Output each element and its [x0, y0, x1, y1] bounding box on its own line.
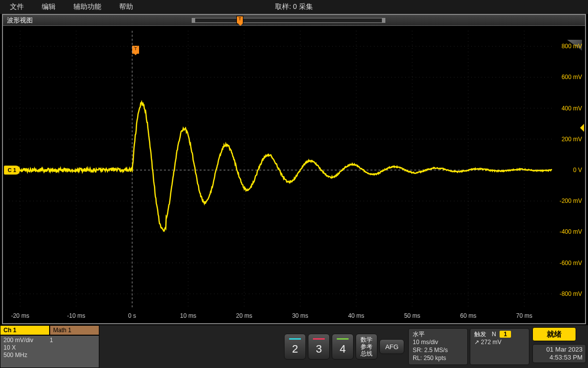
bottom-panel: Ch 1 Math 1 200 mV/div 10 X 500 MHz 1 2 … [0, 325, 588, 368]
channel-4-button[interactable]: 4 [332, 334, 354, 360]
y-tick-label: 800 mV [562, 43, 582, 50]
afg-button[interactable]: AFG [379, 339, 404, 354]
tab-math1[interactable]: Math 1 [50, 325, 99, 335]
rising-edge-icon: ↗ [474, 339, 479, 346]
waveform-view: 波形视图 T T C 1 800 mV600 mV400 mV200 mV0 V… [2, 14, 586, 324]
menu-file[interactable]: 文件 [10, 2, 24, 11]
horizontal-info[interactable]: 水平 10 ms/div SR: 2.5 MS/s RL: 250 kpts [408, 328, 468, 365]
horizontal-rl: RL: 250 kpts [413, 354, 463, 362]
channel-info[interactable]: 200 mV/div 10 X 500 MHz 1 [0, 335, 99, 368]
y-axis-labels: 800 mV600 mV400 mV200 mV0 V-200 mV-400 m… [554, 26, 582, 310]
channel-buttons: 2 3 4 数学参考总线 AFG [281, 325, 407, 368]
datetime-display[interactable]: 01 Mar 2023 4:53:53 PM [532, 344, 586, 363]
x-tick-label: 70 ms [516, 312, 532, 319]
y-tick-label: -200 mV [560, 197, 582, 204]
menu-help[interactable]: 帮助 [119, 2, 133, 11]
x-tick-label: 50 ms [404, 312, 421, 319]
trigger-source-badge: 1 [500, 331, 511, 338]
horizontal-header: 水平 [413, 330, 463, 338]
y-tick-label: 400 mV [562, 105, 582, 112]
waveform-canvas [3, 26, 583, 322]
view-title-bar: 波形视图 T [3, 15, 585, 26]
trigger-header: 触发 N 1 [474, 330, 525, 338]
horizontal-tdiv: 10 ms/div [413, 338, 463, 346]
x-tick-label: 10 ms [180, 312, 197, 319]
x-tick-label: 60 ms [460, 312, 476, 319]
plot-area[interactable]: T C 1 800 mV600 mV400 mV200 mV0 V-200 mV… [3, 26, 585, 323]
ch1-vdiv: 200 mV/div [3, 337, 50, 344]
y-tick-label: -600 mV [560, 260, 582, 267]
x-tick-label: 20 ms [236, 312, 252, 319]
x-tick-label: 30 ms [292, 312, 308, 319]
ch1-bw: 500 MHz [3, 352, 50, 359]
menu-aux[interactable]: 辅助功能 [74, 2, 101, 11]
tab-ch1[interactable]: Ch 1 [0, 325, 50, 335]
y-tick-label: -400 mV [560, 228, 582, 235]
ch1-probe: 10 X [3, 344, 50, 352]
y-tick-label: -800 mV [560, 290, 582, 297]
channel-3-button[interactable]: 3 [308, 334, 330, 360]
y-tick-label: 200 mV [562, 136, 582, 143]
x-tick-label: 0 s [128, 312, 136, 319]
x-tick-label: 40 ms [348, 312, 365, 319]
x-tick-label: -10 ms [67, 312, 85, 319]
run-status-button[interactable]: 就绪 [532, 327, 576, 341]
trigger-mode: N [492, 331, 496, 338]
menu-bar: 文件 编辑 辅助功能 帮助 取样: 0 采集 [0, 0, 588, 14]
channel-2-button[interactable]: 2 [284, 334, 306, 360]
trigger-marker-icon[interactable]: T [236, 16, 243, 24]
x-axis-labels: -20 ms-10 ms0 s10 ms20 ms30 ms40 ms50 ms… [3, 312, 555, 321]
menu-edit[interactable]: 编辑 [42, 2, 56, 11]
acquisition-status: 取样: 0 采集 [275, 2, 312, 11]
horizontal-overview-bar[interactable] [192, 18, 385, 23]
y-tick-label: 600 mV [562, 74, 582, 81]
trigger-info[interactable]: 触发 N 1 ↗ 272 mV [470, 328, 529, 365]
y-tick-label: 0 V [573, 167, 582, 174]
math-ref-bus-button[interactable]: 数学参考总线 [356, 334, 377, 360]
x-tick-label: -20 ms [11, 312, 29, 319]
date: 01 Mar 2023 [536, 346, 583, 354]
channel-tabs: Ch 1 Math 1 200 mV/div 10 X 500 MHz 1 [0, 325, 99, 368]
view-title: 波形视图 [3, 16, 37, 25]
time: 4:53:53 PM [536, 354, 583, 362]
trigger-level: 272 mV [481, 339, 501, 346]
math1-val: 1 [50, 337, 96, 344]
horizontal-sr: SR: 2.5 MS/s [413, 346, 463, 354]
channel-1-badge[interactable]: C 1 [4, 166, 20, 175]
